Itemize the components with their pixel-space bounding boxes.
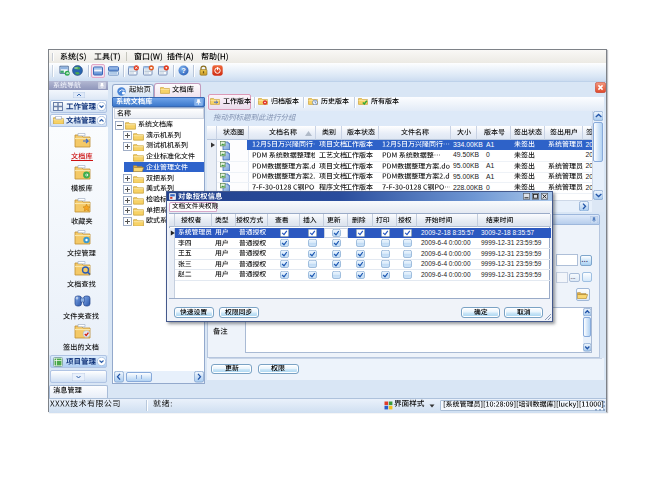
svg-text:?: ? (181, 66, 186, 75)
